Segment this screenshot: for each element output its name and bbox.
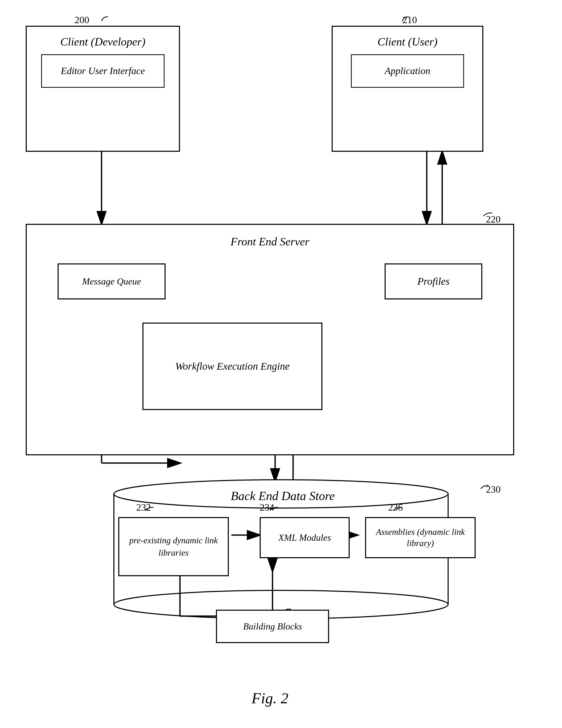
ref-200: 200 — [75, 14, 89, 25]
ref-234: 234 — [260, 502, 274, 513]
client-developer-box: Client (Developer) Editor User Interface — [26, 26, 180, 152]
ref-210: 210 — [402, 14, 417, 25]
diagram-container: 200 210 202 212 220 222 224 226 230 232 … — [0, 0, 562, 728]
ref-232: 232 — [136, 502, 151, 513]
ref-236: 236 — [388, 502, 403, 513]
back-end-data-store-label: Back End Data Store — [129, 489, 437, 503]
editor-ui-box: Editor User Interface — [41, 54, 165, 88]
figure-caption: Fig. 2 — [219, 689, 321, 707]
client-user-box: Client (User) Application — [332, 26, 483, 152]
assemblies-box: Assemblies (dynamic link library) — [365, 517, 476, 558]
xml-modules-label: XML Modules — [279, 532, 331, 544]
building-blocks-label: Building Blocks — [243, 620, 302, 633]
profiles-box: Profiles — [385, 263, 482, 299]
profiles-label: Profiles — [417, 275, 449, 288]
pre-existing-dll-box: pre-existing dynamic link libraries — [118, 517, 229, 576]
xml-modules-box: XML Modules — [260, 517, 350, 558]
workflow-engine-label: Workflow Execution Engine — [175, 360, 289, 373]
client-developer-label: Client (Developer) — [60, 34, 145, 49]
front-end-server-box: Front End Server Message Queue Profiles … — [26, 224, 514, 455]
ref-220: 220 — [486, 214, 501, 225]
front-end-server-label: Front End Server — [231, 235, 309, 248]
pre-existing-dll-label: pre-existing dynamic link libraries — [119, 534, 228, 559]
building-blocks-box: Building Blocks — [216, 610, 329, 643]
client-user-label: Client (User) — [377, 34, 437, 49]
application-label: Application — [385, 65, 430, 77]
ref-230: 230 — [486, 484, 501, 495]
application-box: Application — [351, 54, 464, 88]
assemblies-label: Assemblies (dynamic link library) — [366, 526, 475, 549]
workflow-engine-box: Workflow Execution Engine — [143, 323, 322, 410]
message-queue-box: Message Queue — [58, 263, 166, 299]
editor-ui-label: Editor User Interface — [61, 65, 145, 77]
message-queue-label: Message Queue — [82, 276, 141, 288]
